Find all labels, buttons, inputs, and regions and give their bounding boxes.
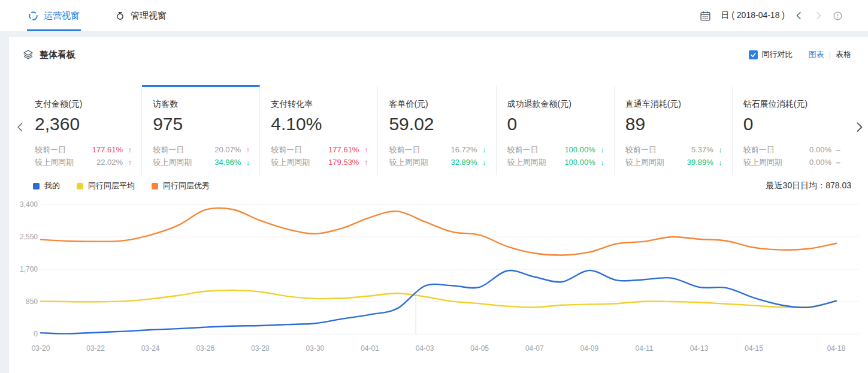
metric-card-value: 59.02 <box>389 114 486 134</box>
layers-icon <box>23 49 34 60</box>
x-axis-tick: 04-03 <box>416 344 434 353</box>
metric-card-value: 0 <box>507 114 604 134</box>
tab-operations-view[interactable]: 运营视窗 <box>27 0 81 31</box>
compare-label: 较前一日 <box>743 143 794 156</box>
trend-line-chart[interactable]: 08501,7002,5503,40003-2003-2203-2403-260… <box>9 194 868 368</box>
series-line-我的 <box>41 270 836 334</box>
compare-value: 20.07% <box>204 143 241 156</box>
trend-down-icon: ↓ <box>595 156 604 169</box>
x-axis-tick: 04-05 <box>470 344 489 353</box>
series-line-同行同层平均 <box>41 290 836 308</box>
x-axis-tick: 03-30 <box>306 344 325 353</box>
tab-label: 管理视窗 <box>131 10 167 22</box>
date-next-button[interactable] <box>813 11 823 20</box>
date-selector[interactable]: 日 ( 2018-04-18 ) <box>721 10 785 21</box>
x-axis-tick: 03-22 <box>86 344 105 353</box>
metric-card-title: 钻石展位消耗(元) <box>743 99 840 110</box>
metric-card-value: 0 <box>743 114 840 134</box>
metric-card[interactable]: 成功退款金额(元) 0 较前一日 100.00% ↓ 较上周同期 100.00%… <box>497 85 615 175</box>
peer-compare-checkbox[interactable] <box>749 50 758 59</box>
y-axis-tick: 0 <box>34 330 38 338</box>
trend-down-icon: ↓ <box>713 156 722 169</box>
date-prev-button[interactable] <box>794 11 804 20</box>
compare-label: 较上周同期 <box>743 156 794 169</box>
tab-management-view[interactable]: 管理视窗 <box>114 0 168 31</box>
metric-card-title: 直通车消耗(元) <box>625 99 722 110</box>
y-axis-tick: 1,700 <box>20 265 38 273</box>
legend-swatch-icon <box>152 183 158 189</box>
compare-label: 较前一日 <box>35 143 86 156</box>
y-axis-tick: 850 <box>26 297 38 306</box>
compare-row-day: 较前一日 5.37% ↓ <box>625 143 722 156</box>
compare-value: 177.61% <box>86 143 123 156</box>
legend-item[interactable]: 同行同层优秀 <box>152 181 210 191</box>
metric-cards: 支付金额(元) 2,360 较前一日 177.61% ↑ 较上周同期 22.02… <box>24 85 850 175</box>
trend-up-icon: ↑ <box>241 143 250 156</box>
compare-value: 32.89% <box>440 156 477 169</box>
compare-row-week: 较上周同期 22.02% ↑ <box>35 156 132 169</box>
x-axis-tick: 03-20 <box>32 344 50 353</box>
trend-up-icon: ↑ <box>359 143 368 156</box>
nav-right-controls: 日 ( 2018-04-18 ) <box>700 0 843 31</box>
legend-swatch-icon <box>77 183 83 189</box>
compare-row-day: 较前一日 0.00% – <box>743 143 840 156</box>
x-axis-tick: 04-15 <box>745 344 763 353</box>
metric-card-value: 89 <box>625 114 722 134</box>
board-controls: 同行对比 图表 | 表格 <box>749 49 851 60</box>
metric-card-title: 支付金额(元) <box>35 99 132 110</box>
cards-next-button[interactable] <box>852 118 866 136</box>
chart-legend: 我的同行同层平均同行同层优秀 <box>33 181 210 191</box>
compare-row-day: 较前一日 177.61% ↑ <box>271 143 368 156</box>
metric-card[interactable]: 访客数 975 较前一日 20.07% ↑ 较上周同期 34.96% ↓ <box>142 85 260 175</box>
compare-row-day: 较前一日 16.72% ↓ <box>389 143 486 156</box>
metric-card[interactable]: 客单价(元) 59.02 较前一日 16.72% ↓ 较上周同期 32.89% … <box>378 85 496 175</box>
compare-value: 5.37% <box>676 143 713 156</box>
compare-label: 较前一日 <box>271 143 322 156</box>
compare-value: 0.00% <box>794 143 831 156</box>
compare-value: 16.72% <box>440 143 477 156</box>
compare-value: 100.00% <box>558 156 595 169</box>
x-axis-tick: 03-28 <box>251 344 270 353</box>
metric-card-value: 4.10% <box>271 114 368 134</box>
legend-item[interactable]: 同行同层平均 <box>77 181 135 191</box>
compare-row-week: 较上周同期 179.53% ↑ <box>271 156 368 169</box>
trend-down-icon: ↓ <box>477 143 486 156</box>
board-header: 整体看板 同行对比 图表 | 表格 <box>23 46 851 64</box>
legend-label: 同行同层优秀 <box>163 181 210 191</box>
compare-row-week: 较上周同期 0.00% – <box>743 156 840 169</box>
compare-row-day: 较前一日 177.61% ↑ <box>35 143 132 156</box>
view-toggle-chart[interactable]: 图表 <box>809 49 824 60</box>
chart-header: 我的同行同层平均同行同层优秀 最近30日日均：878.03 <box>33 179 851 193</box>
x-axis-tick: 04-11 <box>636 344 654 353</box>
x-axis-tick: 04-18 <box>827 344 846 353</box>
metric-card[interactable]: 支付金额(元) 2,360 较前一日 177.61% ↑ 较上周同期 22.02… <box>24 85 142 175</box>
compare-label: 较上周同期 <box>507 156 558 169</box>
metric-cards-row: 支付金额(元) 2,360 较前一日 177.61% ↑ 较上周同期 22.02… <box>9 85 868 175</box>
compare-row-week: 较上周同期 34.96% ↓ <box>153 156 250 169</box>
compare-label: 较上周同期 <box>389 156 440 169</box>
peer-compare-label: 同行对比 <box>762 49 793 60</box>
trend-down-icon: ↓ <box>241 156 250 169</box>
x-axis-tick: 03-26 <box>196 344 214 353</box>
compare-label: 较上周同期 <box>271 156 322 169</box>
series-line-同行同层优秀 <box>41 208 836 255</box>
compare-label: 较前一日 <box>153 143 204 156</box>
compare-row-week: 较上周同期 32.89% ↓ <box>389 156 486 169</box>
calendar-icon[interactable] <box>700 10 711 22</box>
compare-row-week: 较上周同期 39.89% ↓ <box>625 156 722 169</box>
x-axis-tick: 04-13 <box>690 344 709 353</box>
top-nav-bar: 运营视窗 管理视窗 日 ( 2018-04-18 ) <box>0 0 868 31</box>
info-icon[interactable] <box>833 11 843 21</box>
metric-card[interactable]: 直通车消耗(元) 89 较前一日 5.37% ↓ 较上周同期 39.89% ↓ <box>615 85 733 175</box>
legend-item[interactable]: 我的 <box>33 181 60 191</box>
x-axis-tick: 03-24 <box>141 344 160 353</box>
view-toggle-table[interactable]: 表格 <box>836 49 851 60</box>
toggle-divider: | <box>829 50 831 59</box>
x-axis-tick: 04-09 <box>580 344 599 353</box>
tab-label: 运营视窗 <box>44 10 80 22</box>
avg-30day-label: 最近30日日均：878.03 <box>766 181 851 191</box>
metric-card[interactable]: 钻石展位消耗(元) 0 较前一日 0.00% – 较上周同期 0.00% – <box>733 85 850 175</box>
operations-view-icon <box>28 11 38 21</box>
metric-card[interactable]: 支付转化率 4.10% 较前一日 177.61% ↑ 较上周同期 179.53%… <box>260 85 378 175</box>
nav-tabs: 运营视窗 管理视窗 <box>27 0 201 31</box>
